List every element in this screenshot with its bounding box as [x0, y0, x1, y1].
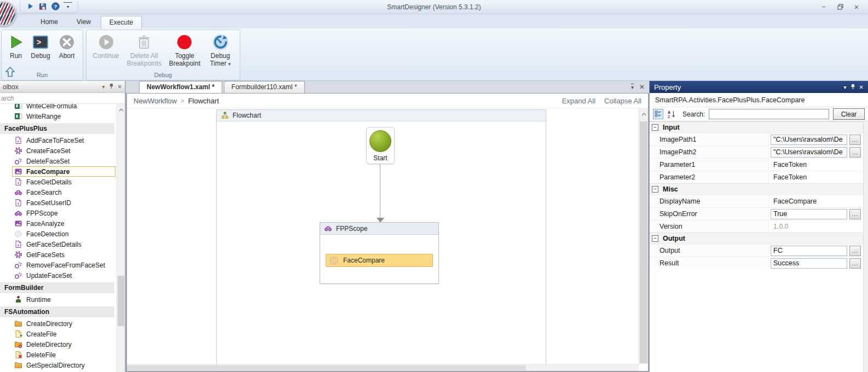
toolbox-item-label: FaceAnalyze [26, 220, 64, 228]
property-value-input[interactable]: Success [771, 258, 847, 269]
tab-close-icon[interactable]: ✕ [639, 83, 645, 91]
toolbox-item-createfile[interactable]: CreateFile [0, 329, 115, 339]
toolbox-item-removefacefromfaceset[interactable]: RemoveFaceFromFaceSet [0, 260, 115, 270]
collapse-all-link[interactable]: Collapse All [604, 97, 641, 105]
canvas-vscroll-thumb[interactable] [640, 121, 647, 363]
toolbox-item-facesetuserid[interactable]: FaceSetUserID [0, 197, 115, 208]
collapse-icon[interactable]: − [652, 124, 658, 131]
quick-run-icon[interactable] [26, 2, 34, 11]
toolbox-group-fsautomation[interactable]: FSAutomation [0, 306, 114, 317]
debug-button[interactable]: > Debug [29, 32, 52, 61]
start-node[interactable]: Start [366, 127, 395, 164]
breadcrumb-item-flowchart[interactable]: Flowchart [188, 97, 219, 105]
ribbon-tab-view[interactable]: View [68, 15, 100, 28]
run-button[interactable]: Run [6, 32, 26, 61]
fppscope-node[interactable]: FPPScope FaceCompare [320, 222, 439, 284]
canvas-hscroll-thumb[interactable] [127, 365, 526, 370]
canvas-vertical-scrollbar[interactable] [639, 108, 648, 364]
fppscope-header[interactable]: FPPScope [320, 223, 438, 235]
categorized-view-icon[interactable] [653, 109, 663, 119]
toolbox-scrollbar[interactable] [117, 104, 125, 372]
restore-button[interactable] [833, 2, 847, 12]
property-scrollbar-gutter[interactable] [863, 122, 868, 372]
scroll-up-icon[interactable] [117, 106, 125, 113]
toolbox-item-facedetection[interactable]: FaceDetection [0, 229, 115, 239]
property-value-text[interactable]: FaceToken [771, 161, 807, 168]
toolbox-menu-icon[interactable]: ▾ [102, 84, 105, 90]
toolbox-scroll-thumb[interactable] [118, 276, 124, 326]
collapse-icon[interactable]: − [652, 235, 658, 242]
property-section-misc[interactable]: −Misc [650, 183, 863, 195]
toolbox-item-updatefaceset[interactable]: UpdateFaceSet [0, 270, 115, 281]
toolbox-pin-icon[interactable] [109, 83, 114, 90]
toolbox-item-facesearch[interactable]: FaceSearch [0, 187, 115, 197]
toolbox-item-deletefaceset[interactable]: DeleteFaceSet [0, 156, 115, 166]
section-label: Input [663, 124, 680, 131]
ribbon-tab-home[interactable]: Home [32, 15, 67, 28]
toolbox-item-facecompare[interactable]: FaceCompare [12, 166, 115, 177]
toolbox-tree: WriteCellFormulaWriteRangeFacePlusPlusAd… [0, 104, 125, 372]
ellipsis-button[interactable]: ... [849, 258, 861, 269]
property-menu-icon[interactable]: ▾ [844, 84, 847, 90]
toolbox-group-formbuilder[interactable]: FormBuilder [0, 282, 114, 293]
breadcrumb-item-newworkflow[interactable]: NewWorkflow [134, 97, 177, 105]
facecompare-activity[interactable]: FaceCompare [326, 254, 433, 267]
ellipsis-button[interactable]: ... [849, 147, 861, 158]
ellipsis-button[interactable]: ... [849, 135, 861, 145]
toolbox-item-writerange[interactable]: WriteRange [0, 111, 115, 121]
toolbox-close-icon[interactable]: ✕ [118, 84, 122, 90]
toolbox-item-getspecialdirectory[interactable]: GetSpecialDirectory [0, 360, 115, 370]
collapse-icon[interactable]: − [652, 186, 658, 193]
abort-button[interactable]: Abort [55, 32, 78, 61]
up-arrow-icon[interactable] [5, 67, 15, 79]
toolbox-item-deletefile[interactable]: DeleteFile [0, 350, 115, 360]
property-value-input[interactable]: FC [771, 246, 847, 256]
toggle-breakpoint-button[interactable]: Toggle Breakpoint [167, 32, 202, 69]
toolbox-item-faceanalyze[interactable]: FaceAnalyze [0, 218, 115, 229]
tab-newworkflow1[interactable]: NewWorkflow1.xaml * [139, 81, 222, 93]
property-value-input[interactable]: "C:\Users\ravsalom\De [771, 135, 847, 145]
clear-button[interactable]: Clear [833, 108, 865, 120]
flowchart-header[interactable]: Flowchart [217, 110, 546, 121]
property-value-text[interactable]: FaceToken [771, 173, 807, 181]
property-search-input[interactable] [709, 109, 829, 119]
toolbox-item-writecellformula[interactable]: WriteCellFormula [0, 104, 115, 111]
toolbox-item-deletedirectory[interactable]: DeleteDirectory [0, 339, 115, 350]
help-icon[interactable]: ? [51, 2, 60, 11]
toolbox-item-createfaceset[interactable]: CreateFaceSet [0, 146, 115, 156]
property-section-output[interactable]: −Output [650, 233, 863, 244]
tab-formbuilder110[interactable]: Formbuilder110.xaml * [224, 81, 305, 93]
save-icon[interactable] [38, 2, 47, 11]
toolbox-item-getfacesets[interactable]: GetFaceSets [0, 249, 115, 260]
toolbox-group-faceplusplus[interactable]: FacePlusPlus [0, 123, 114, 134]
toolbox-search-input[interactable]: arch [0, 93, 125, 104]
alphabetical-sort-icon[interactable]: AZ [666, 109, 676, 119]
workflow-canvas[interactable]: Flowchart Start FPPScope FaceCo [127, 108, 648, 371]
continue-button-label: Continue [92, 53, 119, 60]
toggle-breakpoint-label: Toggle Breakpoint [169, 53, 200, 68]
property-value-input[interactable]: "C:\Users\ravsalom\De [771, 147, 847, 158]
ribbon-tab-execute[interactable]: Execute [101, 16, 142, 29]
scroll-up-icon[interactable] [639, 110, 648, 118]
toolbox-item-createdirectory[interactable]: CreateDirectory [0, 318, 115, 329]
property-section-input[interactable]: −Input [650, 121, 863, 133]
minimize-button[interactable]: − [817, 2, 831, 12]
ellipsis-button[interactable]: ... [849, 209, 861, 219]
ellipsis-button[interactable]: ... [849, 246, 861, 256]
toolbox-item-runtime[interactable]: Runtime [0, 294, 115, 305]
toolbox-item-getfacesetdetails[interactable]: GetFaceSetDetails [0, 239, 115, 249]
property-value-text[interactable]: FaceCompare [771, 197, 817, 205]
property-pin-icon[interactable] [850, 84, 855, 91]
close-button[interactable]: × [849, 2, 864, 12]
debug-timer-button[interactable]: Debug Timer ▾ [205, 32, 235, 69]
canvas-horizontal-scrollbar[interactable] [127, 364, 639, 371]
property-close-icon[interactable]: ✕ [859, 84, 864, 90]
toolbox-item-label: FaceGetDetails [26, 178, 72, 186]
expand-all-link[interactable]: Expand All [562, 97, 595, 105]
customize-qat-icon[interactable]: ▾ [63, 2, 72, 11]
property-value-input[interactable]: True [771, 209, 847, 219]
toolbox-item-facegetdetails[interactable]: FaceGetDetails [0, 177, 115, 187]
toolbox-item-fppscope[interactable]: FPPScope [0, 208, 115, 218]
toolbox-item-addfacetofaceset[interactable]: AddFaceToFaceSet [0, 135, 115, 146]
tab-list-icon[interactable]: ▾ [631, 84, 634, 90]
